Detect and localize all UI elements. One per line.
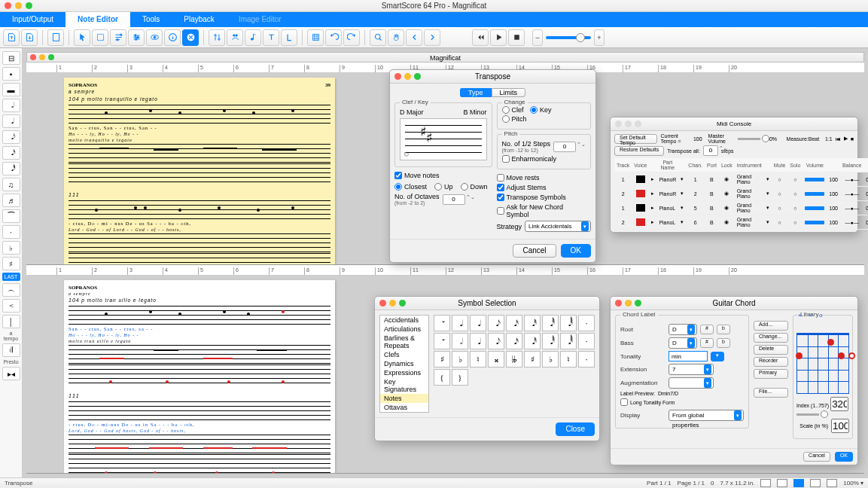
transsymbols-check[interactable] — [497, 194, 504, 201]
doc-zoom-light[interactable] — [48, 54, 54, 60]
symbol-cell[interactable]: { — [434, 369, 450, 386]
max-icon[interactable] — [635, 120, 641, 127]
tool-hide-icon[interactable] — [182, 29, 199, 46]
symbol-category[interactable]: Rests — [380, 412, 428, 413]
symbol-cell[interactable]: ♭ — [452, 351, 468, 368]
tool-info-icon[interactable] — [164, 29, 181, 46]
tool-hand-icon[interactable] — [388, 29, 404, 46]
symbol-cell[interactable]: · — [578, 315, 595, 331]
symbol-cell[interactable]: 𝅘𝅥 — [470, 333, 486, 349]
view-mode-5-icon[interactable] — [827, 479, 837, 487]
midi-row[interactable]: 1▸PianoR▾1B◉Grand Piano▾○○100—●—00 — [614, 172, 868, 187]
pal-presto-label[interactable]: Presto — [2, 359, 20, 364]
transpose-cancel-button[interactable]: Cancel — [513, 244, 556, 258]
scale-input[interactable] — [831, 419, 849, 433]
tool-select-icon[interactable] — [92, 29, 108, 46]
play-icon[interactable] — [490, 29, 507, 46]
pal-whole-icon[interactable]: ▬ — [2, 83, 20, 96]
tempo-plus-icon[interactable]: + — [594, 29, 605, 46]
symbol-cell[interactable]: 𝅘𝅥 — [470, 315, 486, 331]
pal-half-icon[interactable]: 𝅗𝅥 — [2, 99, 20, 112]
adjuststems-check[interactable] — [497, 184, 504, 191]
pal-flat-icon[interactable]: ♭ — [2, 241, 20, 255]
symbol-category[interactable]: Notes — [380, 394, 428, 403]
symbol-cell[interactable]: 𝄻 — [434, 333, 450, 349]
change-key-radio[interactable] — [530, 106, 538, 114]
symbol-cell[interactable]: ♭ — [542, 351, 559, 368]
pal-collapse-icon[interactable]: ▸◂ — [2, 367, 20, 380]
chord-cancel-button[interactable]: Cancel — [803, 452, 830, 462]
close-light[interactable] — [5, 2, 11, 9]
symbol-grid[interactable]: 𝄻𝅘𝅥𝅘𝅥𝅘𝅥𝅮𝅘𝅥𝅯𝅘𝅥𝅰𝅘𝅥𝅱𝅘𝅥𝅲·𝄻𝅗𝅥𝅘𝅥𝅘𝅥𝅮𝅘𝅥𝅯𝅘𝅥𝅰𝅘𝅥𝅱𝅘𝅥… — [434, 315, 595, 413]
fretboard[interactable] — [796, 334, 849, 394]
symbol-cell[interactable]: ♯ — [524, 351, 541, 368]
pal-sharp-icon[interactable]: ♯ — [2, 257, 20, 270]
pal-stem-icon[interactable]: │ — [2, 315, 20, 328]
view-mode-2-icon[interactable] — [777, 479, 787, 487]
root-flat-button[interactable]: b — [717, 325, 730, 334]
octaves-spinner[interactable]: 0 — [443, 194, 465, 205]
tab-limits[interactable]: Limits — [492, 88, 526, 97]
symbol-cell[interactable]: 𝅘𝅥𝅱 — [542, 333, 559, 349]
min-icon[interactable] — [625, 120, 632, 127]
symbol-category[interactable]: Dynamics — [380, 359, 428, 368]
symbol-cell[interactable]: · — [578, 333, 595, 349]
strategy-select[interactable]: Link Accidentals — [525, 221, 591, 232]
tab-tools[interactable]: Tools — [130, 12, 172, 27]
master-volume-slider[interactable] — [738, 138, 760, 140]
symbol-cell[interactable]: 𝄫 — [506, 351, 522, 368]
symbol-cell[interactable]: } — [452, 369, 468, 386]
min-icon[interactable] — [389, 300, 396, 307]
newchord-check[interactable] — [497, 207, 504, 215]
tool-zoom-icon[interactable] — [370, 29, 386, 46]
pal-rest-icon[interactable]: ▪ — [2, 67, 20, 81]
symbol-cell[interactable]: ♮ — [470, 351, 486, 368]
symbol-cell[interactable]: 𝅘𝅥𝅮 — [488, 315, 504, 331]
close-icon[interactable] — [394, 73, 401, 80]
bass-sharp-button[interactable]: # — [700, 338, 714, 348]
min-icon[interactable] — [404, 73, 411, 80]
symbol-cell[interactable]: 𝅘𝅥𝅲 — [560, 315, 577, 331]
transall-spinner[interactable]: 0 — [703, 145, 718, 156]
symbol-cell[interactable]: 𝅗𝅥 — [452, 333, 468, 349]
restore-defaults-button[interactable]: Restore Defaults — [614, 146, 664, 156]
min-icon[interactable] — [625, 300, 632, 307]
midi-row[interactable]: 2▸PianoR▾2B◉Grand Piano▾○○100—●—00 — [614, 187, 868, 201]
symbol-category[interactable]: Barlines & Repeats — [380, 334, 428, 350]
move-notes-check[interactable] — [394, 172, 402, 179]
pal-atempo-label[interactable]: a tempo — [2, 331, 20, 341]
tool-page-icon[interactable] — [47, 29, 64, 46]
tool-next-icon[interactable] — [424, 29, 440, 46]
moverests-check[interactable] — [497, 174, 504, 181]
symbol-cell[interactable]: 𝄪 — [488, 351, 504, 368]
transpose-ok-button[interactable]: OK — [561, 244, 591, 258]
reorder-button[interactable]: Reorder — [754, 357, 788, 367]
symbol-category[interactable]: Key Signatures — [380, 377, 428, 394]
view-mode-4-icon[interactable] — [810, 479, 821, 487]
tool-properties-icon[interactable] — [110, 29, 126, 46]
index-slider[interactable] — [796, 413, 819, 416]
tonality-input[interactable] — [669, 351, 708, 361]
symbol-cell[interactable]: 𝅘𝅥𝅯 — [506, 333, 522, 349]
tool-export-icon[interactable] — [21, 29, 38, 46]
root-select[interactable]: D — [669, 324, 697, 335]
view-mode-1-icon[interactable] — [760, 479, 771, 487]
primary-button[interactable]: Primary — [754, 369, 788, 379]
close-icon[interactable] — [615, 300, 622, 307]
symbol-close-button[interactable]: Close — [556, 422, 595, 436]
pal-dot-icon[interactable]: · — [2, 225, 20, 239]
tool-undo-icon[interactable] — [325, 29, 342, 46]
max-icon[interactable] — [635, 300, 641, 307]
symbol-cell[interactable]: 𝅘𝅥𝅲 — [560, 333, 577, 349]
symbol-cell[interactable]: 𝅘𝅥𝅰 — [524, 315, 541, 331]
tool-cursor-icon[interactable] — [74, 29, 90, 46]
tool-import-icon[interactable] — [3, 29, 20, 46]
tool-gracenote-icon[interactable] — [245, 29, 261, 46]
minimize-light[interactable] — [15, 2, 22, 9]
close-icon[interactable] — [379, 300, 386, 307]
up-radio[interactable] — [434, 183, 442, 191]
file-button[interactable]: File... — [754, 388, 788, 398]
tool-transpose-icon[interactable] — [209, 29, 225, 46]
tempo-slider[interactable] — [546, 36, 591, 39]
midi-play-icon[interactable]: ▶ — [844, 136, 848, 142]
